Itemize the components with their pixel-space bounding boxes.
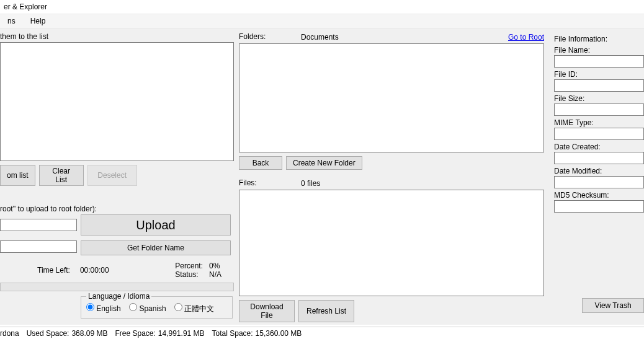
percent-label: Percent: [175,262,203,270]
file-name-label: File Name: [554,46,644,55]
lang-english-option[interactable]: English [86,304,121,313]
go-to-root-link[interactable]: Go to Root [508,33,544,42]
mime-type-label: MIME Type: [554,118,644,127]
file-info-heading: File Information: [554,35,644,43]
remove-from-list-button[interactable]: om list [0,165,35,186]
file-name-field[interactable] [554,55,644,68]
status-free-value: 14,991.91 MB [158,329,205,338]
menu-bar: ns Help [0,14,644,29]
upload-list-hint: them to the list [0,32,234,41]
status-used-label: Used Space: [27,329,69,338]
deselect-button: Deselect [87,165,137,186]
lang-chinese-option[interactable]: 正體中文 [174,304,214,313]
file-size-label: File Size: [554,94,644,103]
file-id-field[interactable] [554,79,644,92]
menu-item-help[interactable]: Help [23,14,53,28]
view-trash-button[interactable]: View Trash [582,298,644,313]
upload-button[interactable]: Upload [81,214,231,236]
refresh-list-button[interactable]: Refresh List [298,300,354,322]
md5-field[interactable] [554,200,644,213]
language-groupbox: Language / Idioma English Spanish 正體中文 [81,296,233,319]
window-titlebar: er & Explorer [0,0,644,14]
back-button[interactable]: Back [239,156,282,170]
time-left-value: 00:00:00 [80,266,109,275]
upload-file-list[interactable] [0,42,234,161]
date-modified-field[interactable] [554,176,644,188]
folder-name-field[interactable] [0,240,77,253]
date-created-field[interactable] [554,152,644,164]
files-count: 0 files [301,179,320,188]
folder-list[interactable] [239,43,544,152]
upload-target-field[interactable] [0,219,77,231]
get-folder-name-button[interactable]: Get Folder Name [81,240,231,255]
status-user: rdona [0,329,19,338]
lang-spanish-option[interactable]: Spanish [129,304,166,313]
date-created-label: Date Created: [554,143,644,151]
download-file-button[interactable]: Download File [239,300,295,322]
status-used-value: 368.09 MB [71,329,107,338]
menu-item-1[interactable]: ns [0,14,23,28]
mime-type-field[interactable] [554,128,644,140]
md5-label: MD5 Checksum: [554,191,644,200]
status-value: N/A [209,270,221,279]
folders-label: Folders: [239,32,301,41]
date-modified-label: Date Modified: [554,167,644,175]
status-bar: rdona Used Space: 368.09 MB Free Space: … [0,327,644,339]
percent-value: 0% [209,262,220,270]
clear-list-button[interactable]: Clear List [39,165,84,186]
file-id-label: File ID: [554,70,644,79]
language-legend: Language / Idioma [86,292,151,301]
create-new-folder-button[interactable]: Create New Folder [286,156,362,170]
current-folder-name: Documents [301,33,339,42]
status-free-label: Free Space: [115,329,155,338]
time-left-label: Time Left: [37,266,70,275]
file-list[interactable] [239,190,544,296]
upload-progress-bar [0,283,234,291]
status-label: Status: [175,270,198,279]
files-label: Files: [239,178,301,187]
file-size-field[interactable] [554,103,644,116]
status-total-value: 15,360.00 MB [256,329,302,338]
status-total-label: Total Space: [212,329,253,338]
window-title: er & Explorer [4,2,47,11]
root-hint-label: root'' to upload to root folder): [0,205,234,213]
